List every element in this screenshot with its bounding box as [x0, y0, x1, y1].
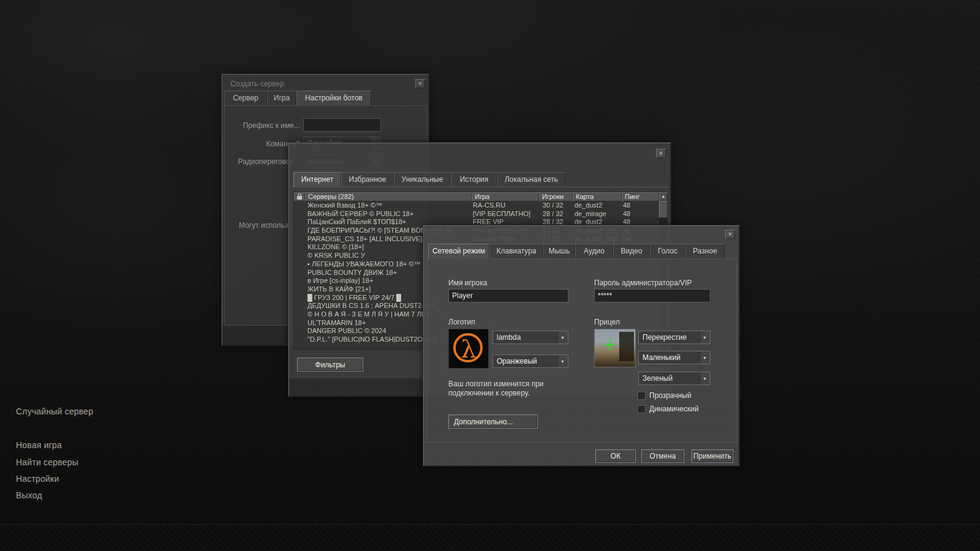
close-icon[interactable]: × [656, 149, 666, 158]
cell-ping: 48 [623, 201, 630, 210]
tab-lan[interactable]: Локальная сеть [497, 172, 565, 187]
tab-game[interactable]: Игра [267, 91, 296, 105]
tab-multiplayer[interactable]: Сетевой режим [428, 244, 489, 259]
cell-name: ДЕДУШКИ В CS 1.6 : АРЕНА DUST2 ©™ [307, 302, 435, 310]
cell-name: KILLZONE © [18+] [307, 243, 364, 252]
cell-name: © Н О В А Я - З Е М Л Я У | НАМ 7 ЛЕТ [307, 310, 430, 319]
cell-game: [VIP БЕСПЛАТНО] [473, 210, 530, 219]
tab-history[interactable]: История [451, 172, 497, 187]
apply-button[interactable]: Применить [692, 449, 733, 463]
ok-button[interactable]: ОК [595, 449, 636, 463]
tab-content-frame [427, 258, 737, 443]
cell-players: 30 / 32 [543, 201, 564, 210]
menu-item-new-game[interactable]: Новая игра [16, 440, 62, 450]
tab-voice[interactable]: Голос [650, 244, 685, 258]
cell-name: © KRSK PUBLIC У [307, 252, 365, 260]
cell-name: █ ГРУЗ 200 | FREE VIP 24/7 █ [307, 294, 401, 302]
server-browser-tabs: Интернет Избранное Уникальные История Ло… [293, 172, 565, 187]
table-row[interactable]: Женский Взвод 18+ ©™RA-CS.RU30 / 32de_du… [294, 201, 659, 210]
cell-name: ПаЦанСкиЙ ПаБлиК $ТОП$18+ [307, 218, 406, 227]
column-lock[interactable] [294, 192, 305, 201]
cell-name: PARADISE_CS 18+ [ALL INCLUSIVE] [307, 235, 422, 244]
lock-icon [297, 196, 302, 200]
cell-name: DANGER PUBLIC © 2024 [307, 327, 386, 335]
cell-name: ВАЖНЫЙ СЕРВЕР © PUBLIC 18+ [307, 210, 413, 219]
create-server-tabs: Сервер Игра Настройки ботов [224, 91, 371, 106]
settings-window: × Сетевой режим Клавиатура Мышь Аудио Ви… [423, 225, 740, 467]
cell-game: RA-CS.RU [473, 201, 505, 210]
window-title: Создать сервер [230, 80, 284, 88]
cell-name: ЖИТЬ В КАЙФ [21+] [307, 285, 371, 294]
tab-keyboard[interactable]: Клавиатура [489, 244, 543, 258]
column-game[interactable]: Игра [472, 192, 539, 201]
tab-internet[interactable]: Интернет [293, 172, 341, 187]
column-ping[interactable]: Пинг [622, 192, 659, 201]
tab-bot-settings[interactable]: Настройки ботов [296, 91, 371, 106]
tab-mouse[interactable]: Мышь [543, 244, 575, 258]
table-row[interactable]: ВАЖНЫЙ СЕРВЕР © PUBLIC 18+[VIP БЕСПЛАТНО… [294, 210, 659, 219]
scrollbar-thumb[interactable] [659, 201, 668, 218]
cell-map: de_mirage [575, 210, 606, 219]
close-icon[interactable]: × [415, 79, 425, 88]
cell-name: PUBLIC BOUNTY ДВИЖ 18+ [307, 269, 397, 277]
tab-server[interactable]: Сервер [224, 91, 267, 105]
game-screen: Случайный сервер Новая игра Найти сервер… [0, 0, 980, 551]
column-map[interactable]: Карта [573, 192, 622, 201]
tab-misc[interactable]: Разное [685, 244, 725, 258]
cell-name: в Игре [cs-inplay] 18+ [307, 277, 373, 285]
menu-item-find-servers[interactable]: Найти серверы [16, 457, 78, 467]
menu-item-random-server[interactable]: Случайный сервер [16, 407, 93, 416]
cell-ping: 48 [623, 210, 630, 219]
cell-name: ▪ ЛЕГЕНДЫ УВАЖАЕМОГО 18+ ©™ [307, 260, 421, 269]
scrollbar-up-icon[interactable]: ▲ [659, 192, 668, 201]
filters-button[interactable]: Фильтры [297, 358, 363, 372]
cancel-button[interactable]: Отмена [641, 449, 684, 463]
tab-audio[interactable]: Аудио [575, 244, 613, 258]
cell-name: UL'TRAMARIN 18+ [307, 319, 366, 328]
server-table-header: Серверы (282) Игра Игроки Карта Пинг ▲ [294, 192, 668, 201]
cell-map: de_dust2 [575, 201, 602, 210]
settings-tabs: Сетевой режим Клавиатура Мышь Аудио Виде… [428, 244, 725, 259]
tab-video[interactable]: Видео [613, 244, 650, 258]
cell-name: "D.P.L." [PUBLIC|NO FLASH|DUST2ONLY] [307, 335, 437, 344]
column-players[interactable]: Игроки [539, 192, 573, 201]
bottom-texture-band [0, 524, 980, 551]
menu-item-exit[interactable]: Выход [16, 490, 42, 500]
tab-favorites[interactable]: Избранное [341, 172, 394, 187]
cell-name: Женский Взвод 18+ ©™ [307, 201, 382, 210]
tab-unique[interactable]: Уникальные [394, 172, 451, 187]
column-servers[interactable]: Серверы (282) [305, 192, 472, 201]
close-icon[interactable]: × [725, 230, 735, 239]
menu-item-settings[interactable]: Настройки [16, 474, 59, 484]
cell-players: 28 / 32 [543, 210, 564, 219]
